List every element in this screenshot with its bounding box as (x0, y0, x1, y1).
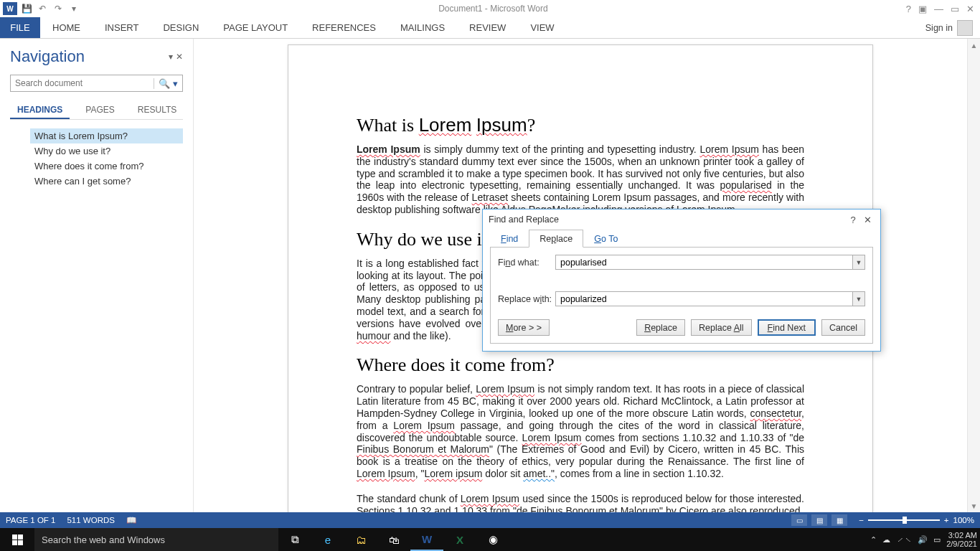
zoom-in-icon[interactable]: + (944, 516, 949, 524)
tray-overflow-icon[interactable]: ⌃ (870, 535, 877, 545)
vertical-scrollbar[interactable]: ▲ ▼ (967, 39, 980, 512)
store-icon[interactable]: 🛍 (377, 528, 410, 551)
taskbar-search-placeholder: Search the web and Windows (42, 534, 165, 545)
navigation-pane: Navigation ▾ ✕ 🔍 ▾ HEADINGS PAGES RESULT… (0, 39, 194, 512)
dialog-body: Find what: ▼ Replace with: ▼ More > > (490, 247, 873, 344)
tab-home[interactable]: HOME (40, 17, 93, 38)
file-explorer-icon[interactable]: 🗂 (344, 528, 377, 551)
heading-item[interactable]: Where does it come from? (30, 159, 183, 174)
system-tray: ⌃ ☁ ⟋⟍ 🔊 ▭ 3:02 AM 2/9/2021 (870, 531, 980, 548)
taskbar-search[interactable]: Search the web and Windows (34, 528, 278, 551)
zoom-out-icon[interactable]: − (859, 516, 864, 524)
app-body: Navigation ▾ ✕ 🔍 ▾ HEADINGS PAGES RESULT… (0, 39, 980, 512)
replace-with-dropdown-icon[interactable]: ▼ (852, 291, 865, 306)
tray-network-icon[interactable]: ⟋⟍ (896, 535, 912, 544)
word-app-icon[interactable]: W (410, 528, 443, 551)
tab-page-layout[interactable]: PAGE LAYOUT (211, 17, 300, 38)
status-proofing-icon[interactable]: 📖 (126, 515, 136, 525)
tab-mailings[interactable]: MAILINGS (388, 17, 457, 38)
heading-3: Where does it come from? (357, 354, 804, 376)
dialog-title: Find and Replace (489, 215, 559, 225)
zoom-control[interactable]: − + 100% (859, 516, 974, 524)
replace-with-label: Replace with: (498, 294, 555, 304)
heading-item[interactable]: Why do we use it? (30, 143, 183, 159)
minimize-icon[interactable]: — (934, 4, 943, 14)
view-web-layout-icon[interactable]: ▦ (831, 514, 847, 526)
nav-dropdown-icon[interactable]: ▾ (169, 52, 173, 62)
tray-ime-icon[interactable]: ▭ (933, 535, 941, 545)
replace-with-input[interactable] (555, 291, 852, 306)
heading-item[interactable]: Where can I get some? (30, 174, 183, 189)
sign-in[interactable]: Sign in (925, 17, 980, 38)
dialog-titlebar[interactable]: Find and Replace ? ✕ (483, 209, 880, 230)
excel-app-icon[interactable]: X (443, 528, 476, 551)
tab-review[interactable]: REVIEW (457, 17, 518, 38)
paragraph: Lorem Ipsum is simply dummy text of the … (357, 143, 804, 216)
tab-references[interactable]: REFERENCES (300, 17, 388, 38)
tab-view[interactable]: VIEW (518, 17, 566, 38)
find-replace-dialog[interactable]: Find and Replace ? ✕ Find Replace Go To … (482, 209, 881, 352)
document-area[interactable]: What is Lorem Ipsum? Lorem Ipsum is simp… (194, 39, 967, 512)
navigation-title: Navigation ▾ ✕ (10, 47, 183, 66)
replace-button[interactable]: Replace (636, 319, 685, 336)
tray-onedrive-icon[interactable]: ☁ (882, 535, 890, 545)
headings-list: What is Lorem Ipsum? Why do we use it? W… (10, 128, 183, 189)
status-page[interactable]: PAGE 1 OF 1 (6, 516, 55, 524)
redo-icon[interactable]: ↷ (52, 2, 65, 15)
scroll-up-icon[interactable]: ▲ (968, 39, 980, 52)
taskbar-date: 2/9/2021 (946, 540, 977, 548)
close-icon[interactable]: ✕ (966, 4, 974, 14)
save-icon[interactable]: 💾 (20, 2, 33, 15)
status-bar: PAGE 1 OF 1 511 WORDS 📖 ▭ ▤ ▦ − + 100% (0, 512, 980, 528)
cancel-button[interactable]: Cancel (821, 319, 865, 336)
avatar-icon (957, 20, 973, 36)
status-words[interactable]: 511 WORDS (67, 516, 114, 524)
nav-tab-results[interactable]: RESULTS (131, 102, 184, 119)
start-button[interactable] (0, 528, 34, 551)
tab-design[interactable]: DESIGN (151, 17, 211, 38)
tab-insert[interactable]: INSERT (93, 17, 151, 38)
dialog-tab-goto[interactable]: Go To (583, 230, 628, 248)
dialog-help-icon[interactable]: ? (846, 215, 860, 225)
search-input[interactable] (15, 78, 154, 88)
nav-tab-headings[interactable]: HEADINGS (10, 102, 70, 119)
dialog-tab-replace[interactable]: Replace (529, 230, 583, 248)
nav-tab-pages[interactable]: PAGES (78, 102, 121, 119)
qat-customize-icon[interactable]: ▾ (67, 2, 80, 15)
tab-file[interactable]: FILE (0, 17, 40, 38)
dialog-tab-find[interactable]: Find (490, 230, 529, 248)
find-what-input[interactable] (555, 255, 852, 270)
search-icon[interactable]: 🔍 ▾ (154, 78, 178, 89)
nav-tabs: HEADINGS PAGES RESULTS (10, 102, 183, 120)
task-view-icon[interactable]: ⧉ (278, 528, 311, 551)
find-next-button[interactable]: Find Next (758, 319, 816, 336)
nav-search[interactable]: 🔍 ▾ (10, 75, 183, 92)
window-title: Document1 - Microsoft Word (80, 4, 906, 14)
more-button[interactable]: More > > (498, 319, 550, 336)
view-print-layout-icon[interactable]: ▤ (811, 514, 827, 526)
zoom-level[interactable]: 100% (953, 516, 974, 524)
quick-access-toolbar: W 💾 ↶ ↷ ▾ (0, 2, 80, 15)
scroll-down-icon[interactable]: ▼ (968, 499, 980, 512)
tray-volume-icon[interactable]: 🔊 (918, 535, 928, 545)
taskbar-clock[interactable]: 3:02 AM 2/9/2021 (946, 531, 977, 548)
replace-all-button[interactable]: Replace All (691, 319, 752, 336)
word-logo-icon: W (3, 2, 17, 15)
undo-icon[interactable]: ↶ (36, 2, 49, 15)
taskbar-time: 3:02 AM (946, 531, 977, 540)
help-icon[interactable]: ? (906, 4, 911, 14)
edge-icon[interactable]: e (311, 528, 344, 551)
paragraph: Contrary to popular belief, Lorem Ipsum … (357, 383, 804, 479)
heading-1: What is Lorem Ipsum? (357, 114, 804, 136)
nav-close-icon[interactable]: ✕ (176, 52, 183, 62)
view-read-mode-icon[interactable]: ▭ (791, 514, 807, 526)
windows-logo-icon (12, 534, 23, 545)
maximize-icon[interactable]: ▭ (951, 4, 959, 14)
zoom-slider[interactable] (868, 519, 940, 521)
chrome-icon[interactable]: ◉ (476, 528, 509, 551)
ribbon-display-options-icon[interactable]: ▣ (918, 4, 927, 14)
windows-taskbar: Search the web and Windows ⧉ e 🗂 🛍 W X ◉… (0, 528, 980, 551)
dialog-close-icon[interactable]: ✕ (860, 215, 875, 225)
heading-item[interactable]: What is Lorem Ipsum? (30, 128, 183, 143)
find-what-dropdown-icon[interactable]: ▼ (852, 255, 865, 270)
